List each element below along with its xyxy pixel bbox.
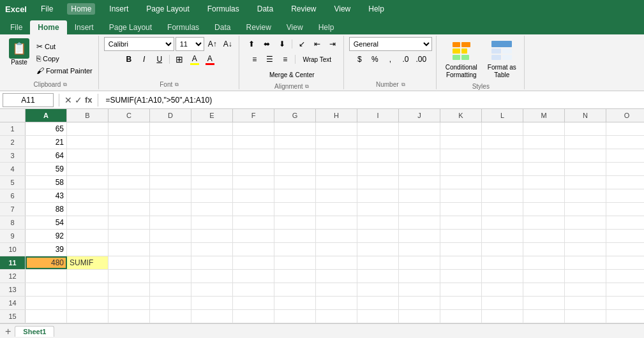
cell-F12[interactable] — [233, 270, 274, 283]
cell-G4[interactable] — [274, 163, 316, 175]
percent-button[interactable]: % — [368, 52, 382, 66]
cell-N1[interactable] — [565, 122, 606, 135]
cell-G1[interactable] — [274, 122, 316, 135]
cell-D8[interactable] — [150, 216, 191, 229]
cell-E13[interactable] — [191, 283, 233, 296]
cell-O4[interactable] — [606, 163, 644, 175]
cell-D13[interactable] — [150, 283, 191, 296]
cell-B12[interactable] — [67, 270, 109, 283]
cell-K3[interactable] — [440, 149, 482, 162]
cell-F5[interactable] — [233, 176, 274, 189]
cell-O12[interactable] — [606, 270, 644, 283]
cell-J2[interactable] — [399, 136, 440, 149]
cell-N7[interactable] — [565, 203, 606, 216]
tab-page-layout[interactable]: Page Layout — [101, 20, 160, 34]
font-expand-icon[interactable]: ⧉ — [175, 82, 179, 88]
cell-I7[interactable] — [357, 203, 399, 216]
cell-J15[interactable] — [399, 310, 440, 323]
cell-N14[interactable] — [565, 297, 606, 309]
cell-A12[interactable] — [26, 270, 67, 283]
cell-F8[interactable] — [233, 216, 274, 229]
cell-I3[interactable] — [357, 149, 399, 162]
cell-L12[interactable] — [482, 270, 523, 283]
cell-J10[interactable] — [399, 243, 440, 256]
cell-L3[interactable] — [482, 149, 523, 162]
underline-button[interactable]: U — [153, 52, 167, 66]
cell-H8[interactable] — [316, 216, 357, 229]
cell-G15[interactable] — [274, 310, 316, 323]
cell-G11[interactable] — [274, 256, 316, 269]
align-bottom-button[interactable]: ⬇ — [275, 37, 289, 51]
cell-G3[interactable] — [274, 149, 316, 162]
cell-K4[interactable] — [440, 163, 482, 175]
cell-K2[interactable] — [440, 136, 482, 149]
cell-N4[interactable] — [565, 163, 606, 175]
cell-I15[interactable] — [357, 310, 399, 323]
cell-C15[interactable] — [109, 310, 150, 323]
insert-function-icon[interactable]: fx — [85, 95, 93, 105]
row-header-13[interactable]: 13 — [0, 283, 26, 296]
cell-I13[interactable] — [357, 283, 399, 296]
cell-D11[interactable] — [150, 256, 191, 269]
col-header-I[interactable]: I — [357, 109, 399, 122]
cell-J5[interactable] — [399, 176, 440, 189]
cell-G6[interactable] — [274, 189, 316, 202]
cell-C2[interactable] — [109, 136, 150, 149]
align-left-button[interactable]: ≡ — [248, 52, 262, 66]
font-size-select[interactable]: 11 — [176, 37, 204, 51]
cell-B10[interactable] — [67, 243, 109, 256]
cell-L9[interactable] — [482, 230, 523, 242]
cell-H10[interactable] — [316, 243, 357, 256]
row-header-5[interactable]: 5 — [0, 176, 26, 189]
cell-I10[interactable] — [357, 243, 399, 256]
confirm-formula-icon[interactable]: ✓ — [75, 95, 82, 105]
cell-N13[interactable] — [565, 283, 606, 296]
row-header-1[interactable]: 1 — [0, 122, 26, 135]
cell-D2[interactable] — [150, 136, 191, 149]
cell-G12[interactable] — [274, 270, 316, 283]
cell-D5[interactable] — [150, 176, 191, 189]
cell-F4[interactable] — [233, 163, 274, 175]
cell-I6[interactable] — [357, 189, 399, 202]
cell-O8[interactable] — [606, 216, 644, 229]
cell-D9[interactable] — [150, 230, 191, 242]
col-header-N[interactable]: N — [565, 109, 606, 122]
cell-G2[interactable] — [274, 136, 316, 149]
cell-E4[interactable] — [191, 163, 233, 175]
cell-M12[interactable] — [523, 270, 565, 283]
cell-O10[interactable] — [606, 243, 644, 256]
row-header-9[interactable]: 9 — [0, 230, 26, 242]
tab-help[interactable]: Help — [311, 20, 342, 34]
cell-H11[interactable] — [316, 256, 357, 269]
cell-D1[interactable] — [150, 122, 191, 135]
cell-I12[interactable] — [357, 270, 399, 283]
cell-H2[interactable] — [316, 136, 357, 149]
tab-home[interactable]: Home — [30, 20, 66, 34]
align-right-button[interactable]: ≡ — [278, 52, 292, 66]
formula-input[interactable]: =SUMIF(A1:A10,">50",A1:A10) — [103, 96, 641, 105]
text-direction-button[interactable]: ↙ — [295, 37, 309, 51]
paste-button[interactable]: 📋 Paste — [6, 37, 32, 80]
currency-button[interactable]: $ — [352, 52, 366, 66]
cell-A13[interactable] — [26, 283, 67, 296]
cell-H15[interactable] — [316, 310, 357, 323]
cell-K9[interactable] — [440, 230, 482, 242]
cell-A7[interactable]: 88 — [26, 203, 67, 216]
cell-B1[interactable] — [67, 122, 109, 135]
cell-O6[interactable] — [606, 189, 644, 202]
cell-A15[interactable] — [26, 310, 67, 323]
cell-O13[interactable] — [606, 283, 644, 296]
cell-A5[interactable]: 58 — [26, 176, 67, 189]
format-painter-button[interactable]: 🖌 Format Painter — [34, 66, 94, 76]
tab-review[interactable]: Review — [238, 20, 278, 34]
cell-O11[interactable] — [606, 256, 644, 269]
cell-L10[interactable] — [482, 243, 523, 256]
cell-E11[interactable] — [191, 256, 233, 269]
cell-F14[interactable] — [233, 297, 274, 309]
cell-A2[interactable]: 21 — [26, 136, 67, 149]
cell-B8[interactable] — [67, 216, 109, 229]
cell-F1[interactable] — [233, 122, 274, 135]
cell-H5[interactable] — [316, 176, 357, 189]
cell-A8[interactable]: 54 — [26, 216, 67, 229]
cell-E10[interactable] — [191, 243, 233, 256]
